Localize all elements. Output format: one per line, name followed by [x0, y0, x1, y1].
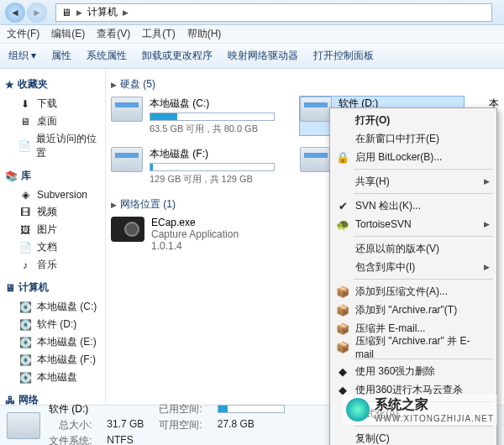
- context-item[interactable]: 共享(H): [332, 172, 495, 191]
- download-icon: ⬇: [18, 97, 32, 111]
- toolbar-properties[interactable]: 属性: [51, 49, 71, 63]
- status-fs-value: NTFS: [107, 434, 144, 445]
- sidebar-item-documents[interactable]: 📄文档: [3, 238, 102, 256]
- netloc-version: 1.0.1.4: [151, 240, 239, 252]
- toolbar-uninstall[interactable]: 卸载或更改程序: [142, 49, 213, 63]
- library-icon: 📚: [5, 170, 18, 182]
- sidebar-drive-f[interactable]: 💽本地磁盘 (F:): [3, 351, 102, 369]
- sidebar: ★收藏夹 ⬇下载 🖥桌面 📄最近访问的位置 📚库 ◈Subversion 🎞视频…: [0, 69, 106, 405]
- collapse-icon: ▶: [111, 201, 117, 209]
- sidebar-item-desktop[interactable]: 🖥桌面: [3, 113, 102, 130]
- menu-file[interactable]: 文件(F): [7, 27, 39, 41]
- drive-usage-text: 63.5 GB 可用 , 共 80.0 GB: [150, 123, 275, 135]
- sidebar-drive-c[interactable]: 💽本地磁盘 (C:): [3, 298, 102, 316]
- status-used-bar: [218, 402, 285, 416]
- context-item[interactable]: 包含到库中(I): [332, 258, 495, 276]
- context-item-label: 使用 360强力删除: [355, 364, 435, 379]
- context-item-label: 打开(O): [355, 113, 390, 128]
- sidebar-drive-d[interactable]: 💽软件 (D:): [3, 316, 102, 333]
- status-used-label: 已用空间:: [159, 402, 202, 416]
- context-item-icon: ✔: [335, 198, 350, 213]
- sidebar-item-music[interactable]: ♪音乐: [3, 256, 102, 274]
- toolbar-system-properties[interactable]: 系统属性: [87, 49, 127, 63]
- menu-help[interactable]: 帮助(H): [187, 27, 222, 41]
- drive-usage-text: 129 GB 可用 , 共 129 GB: [150, 173, 275, 186]
- context-separator: [354, 169, 493, 170]
- breadcrumb-computer[interactable]: 计算机: [87, 5, 118, 19]
- sidebar-item-subversion[interactable]: ◈Subversion: [3, 186, 102, 203]
- context-item-icon: 📦: [335, 339, 350, 354]
- usage-bar: [150, 113, 275, 121]
- address-bar[interactable]: 🖥 ▶ 计算机 ▶: [55, 3, 492, 22]
- context-separator: [354, 426, 493, 427]
- context-item-label: 添加到 "Archive.rar"(T): [355, 303, 457, 317]
- drive-icon: [111, 147, 143, 172]
- recent-icon: 📄: [18, 139, 31, 153]
- drive-icon: [300, 97, 332, 122]
- svn-icon: ◈: [18, 188, 32, 202]
- watermark-url: WWW.XITONGZHIJIA.NET: [375, 414, 494, 423]
- drive-icon: 💽: [18, 353, 32, 367]
- watermark: 系统之家 WWW.XITONGZHIJIA.NET: [343, 395, 497, 425]
- toolbar-organize[interactable]: 组织 ▾: [8, 49, 36, 63]
- drive-icon: 💽: [18, 318, 32, 332]
- context-item-label: 压缩到 "Archive.rar" 并 E-mail: [355, 334, 480, 360]
- drive-f[interactable]: 本地磁盘 (F:) 129 GB 可用 , 共 129 GB: [111, 147, 275, 186]
- context-item-icon: 📦: [335, 321, 350, 336]
- drive-name: 本地磁盘 (C:): [150, 97, 275, 111]
- drive-icon: [7, 412, 40, 439]
- sidebar-item-videos[interactable]: 🎞视频: [3, 203, 102, 221]
- status-total-value: 31.7 GB: [107, 418, 144, 432]
- context-item[interactable]: 🐢TortoiseSVN: [332, 215, 495, 233]
- sidebar-item-pictures[interactable]: 🖼图片: [3, 221, 102, 238]
- context-item[interactable]: 在新窗口中打开(E): [332, 129, 495, 148]
- category-hard-disks[interactable]: ▶硬盘 (5): [111, 77, 499, 92]
- context-item[interactable]: 打开(O): [332, 111, 495, 129]
- context-item-label: 在新窗口中打开(E): [355, 132, 439, 146]
- netloc-desc: Capture Application: [151, 228, 239, 240]
- computer-icon: 🖥: [5, 282, 15, 294]
- drive-icon: [300, 147, 332, 172]
- context-item[interactable]: 🔒启用 BitLocker(B)...: [332, 148, 495, 166]
- toolbar: 组织 ▾ 属性 系统属性 卸载或更改程序 映射网络驱动器 打开控制面板: [0, 44, 504, 69]
- drive-icon: 💽: [18, 301, 32, 314]
- menu-view[interactable]: 查看(V): [97, 27, 130, 41]
- camera-icon: [111, 217, 144, 242]
- status-free-label: 可用空间:: [159, 418, 202, 432]
- context-separator: [354, 193, 493, 194]
- drive-icon: 💽: [18, 336, 32, 349]
- context-item[interactable]: 📦添加到 "Archive.rar"(T): [332, 301, 495, 319]
- video-icon: 🎞: [18, 206, 32, 219]
- toolbar-control-panel[interactable]: 打开控制面板: [313, 49, 374, 63]
- sidebar-item-downloads[interactable]: ⬇下载: [3, 95, 102, 113]
- status-free-value: 27.8 GB: [218, 418, 285, 432]
- context-item[interactable]: 还原以前的版本(V): [332, 239, 495, 258]
- menu-tools[interactable]: 工具(T): [142, 27, 175, 41]
- watermark-logo-icon: [346, 398, 370, 421]
- context-item-label: TortoiseSVN: [355, 218, 412, 230]
- menu-edit[interactable]: 编辑(E): [51, 27, 85, 41]
- context-item[interactable]: 复制(C): [332, 429, 495, 445]
- drive-c[interactable]: 本地磁盘 (C:) 63.5 GB 可用 , 共 80.0 GB: [111, 97, 275, 135]
- sidebar-libraries-head[interactable]: 📚库: [5, 169, 102, 183]
- status-total-label: 总大小:: [49, 418, 92, 432]
- toolbar-map-drive[interactable]: 映射网络驱动器: [228, 49, 298, 63]
- context-item[interactable]: 📦压缩到 "Archive.rar" 并 E-mail: [332, 338, 495, 356]
- collapse-icon: ▶: [111, 81, 117, 89]
- context-item-icon: 📦: [335, 302, 350, 317]
- sidebar-drive-e[interactable]: 💽本地磁盘 (E:): [3, 333, 102, 351]
- sidebar-computer-head[interactable]: 🖥计算机: [5, 280, 102, 295]
- context-item[interactable]: ◆使用 360强力删除: [332, 362, 495, 380]
- context-item[interactable]: ✔SVN 检出(K)...: [332, 196, 495, 215]
- sidebar-item-recent[interactable]: 📄最近访问的位置: [3, 130, 102, 162]
- forward-button[interactable]: ►: [27, 3, 47, 23]
- back-button[interactable]: ◄: [5, 3, 25, 23]
- breadcrumb-sep-icon: ▶: [123, 8, 129, 17]
- sidebar-drive-other[interactable]: 💽本地磁盘: [3, 369, 102, 386]
- sidebar-favorites-head[interactable]: ★收藏夹: [5, 77, 102, 92]
- context-item-label: 包含到库中(I): [355, 260, 415, 275]
- computer-icon: 🖥: [61, 7, 71, 18]
- context-item[interactable]: 📦添加到压缩文件(A)...: [332, 282, 495, 301]
- context-separator: [354, 236, 493, 237]
- watermark-name: 系统之家: [375, 396, 494, 414]
